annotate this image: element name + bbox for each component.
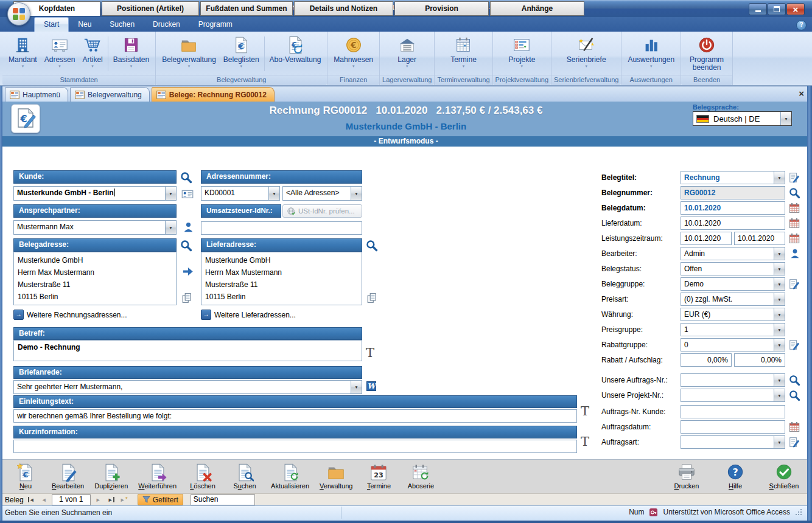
ribbon-tab-programm[interactable]: Programm [189, 18, 242, 32]
close-tab-icon[interactable] [799, 89, 804, 98]
weiterfuehren-button[interactable]: Weiterführen [138, 463, 177, 490]
aboserie-button[interactable]: Aboserie [405, 463, 436, 490]
arrow-right-icon[interactable] [182, 265, 195, 278]
text-editor-icon[interactable] [581, 405, 589, 418]
ustid-field[interactable] [201, 221, 362, 235]
search-icon[interactable] [789, 390, 800, 401]
lieferdatum-field[interactable]: 10.01.2020 [681, 216, 785, 230]
aufschlag-field[interactable]: 0,00% [734, 353, 785, 367]
edit-icon[interactable] [789, 279, 800, 289]
edit-icon[interactable] [789, 172, 800, 183]
dropdown-button[interactable] [165, 221, 176, 234]
help-icon[interactable] [796, 20, 807, 30]
adressfilter-combobox[interactable]: <Alle Adressen> [282, 186, 362, 201]
einleitungstext-field[interactable]: wir berechnen gemäß Ihrer Bestellung wie… [13, 409, 577, 423]
neu-button[interactable]: € Neu [10, 463, 41, 490]
record-search-input[interactable]: Suchen [191, 494, 255, 505]
ribbon-button-lager[interactable]: Lager [394, 33, 421, 70]
auftragsart-combobox[interactable] [681, 435, 785, 449]
preisart-combobox[interactable]: (0) zzgl. MwSt. [681, 293, 785, 306]
search-icon[interactable] [789, 375, 800, 386]
bearbeiten-button[interactable]: Bearbeiten [52, 463, 84, 490]
word-editor-icon[interactable] [366, 381, 376, 391]
minimize-button[interactable] [749, 3, 767, 15]
next-record-button[interactable] [93, 495, 103, 505]
person-icon[interactable] [183, 221, 194, 233]
lieferadresse-box[interactable]: Musterkunde GmbH Herrn Max Mustermann Mu… [201, 252, 362, 305]
briefanrede-combobox[interactable]: Sehr geehrter Herr Mustermann, [13, 380, 362, 394]
kurzinformation-field[interactable] [13, 440, 577, 453]
dropdown-button[interactable] [268, 187, 279, 200]
beleggruppe-combobox[interactable]: Demo [681, 277, 785, 291]
tab-anhaenge[interactable]: Anhänge [490, 1, 584, 16]
dropdown-button[interactable] [774, 278, 785, 290]
maximize-button[interactable] [768, 3, 786, 15]
aktualisieren-button[interactable]: Aktualisieren [271, 463, 309, 490]
search-icon[interactable] [366, 240, 378, 252]
search-icon[interactable] [789, 187, 800, 199]
leistungszeitraum-von-field[interactable]: 10.01.2020 [681, 232, 732, 245]
text-editor-icon[interactable] [581, 435, 589, 448]
unsere-auftragsnr-combobox[interactable] [681, 373, 785, 387]
auftragsnr-kunde-field[interactable] [681, 405, 785, 418]
weitere-rechnungsadressen-link[interactable]: Weitere Rechnungsadressen... [13, 310, 127, 320]
leistungszeitraum-bis-field[interactable]: 10.01.2020 [734, 232, 785, 245]
ribbon-button-termine[interactable]: Termine [447, 33, 480, 70]
tab-fussdaten[interactable]: Fußdaten und Summen [200, 1, 293, 16]
previous-record-button[interactable] [39, 495, 49, 505]
belegnummer-field[interactable]: RG00012 [681, 186, 785, 199]
dropdown-button[interactable] [774, 389, 785, 401]
belegstatus-combobox[interactable]: Offen [681, 262, 785, 275]
search-icon[interactable] [180, 240, 192, 252]
dropdown-button[interactable] [780, 112, 791, 125]
dropdown-button[interactable] [774, 263, 785, 275]
weitere-lieferadressen-link[interactable]: Weitere Lieferadressen... [201, 310, 296, 320]
belegdatum-field[interactable]: 10.01.2020 [681, 201, 785, 215]
loeschen-button[interactable]: Löschen [187, 463, 219, 490]
doc-tab-belege-rechnung[interactable]: Belege: Rechnung RG00012 [152, 87, 275, 102]
schliessen-button[interactable]: Schließen [768, 463, 800, 490]
ansprechpartner-combobox[interactable]: Mustermann Max [13, 220, 177, 235]
dropdown-button[interactable] [774, 374, 785, 386]
copy-icon[interactable] [366, 293, 377, 303]
first-record-button[interactable] [26, 495, 37, 505]
ribbon-button-auswertungen[interactable]: Auswertungen [624, 33, 678, 70]
termine-button[interactable]: 23 Termine [363, 463, 394, 490]
calendar-icon[interactable] [789, 203, 800, 213]
last-record-button[interactable] [106, 495, 116, 505]
dropdown-button[interactable] [165, 187, 176, 200]
ribbon-tab-neu[interactable]: Neu [69, 18, 100, 32]
ribbon-tab-start[interactable]: Start [34, 17, 69, 32]
resize-grip[interactable] [796, 509, 802, 516]
dropdown-button[interactable] [351, 187, 362, 200]
copy-icon[interactable] [181, 293, 192, 303]
edit-icon[interactable] [789, 437, 800, 448]
text-editor-icon[interactable] [366, 347, 374, 359]
duplizieren-button[interactable]: Duplizieren [94, 463, 128, 490]
unsere-projektnr-combobox[interactable] [681, 389, 785, 402]
dropdown-button[interactable] [774, 171, 785, 184]
ribbon-button-mahnwesen[interactable]: € Mahnwesen [330, 33, 377, 70]
verwaltung-button[interactable]: Verwaltung [320, 463, 352, 490]
calendar-icon[interactable] [789, 421, 800, 432]
search-icon[interactable] [180, 171, 192, 184]
suchen-button[interactable]: Suchen [229, 463, 261, 490]
ribbon-button-serienbriefe[interactable]: Serienbriefe [563, 33, 610, 70]
calendar-icon[interactable] [789, 233, 800, 244]
ribbon-button-projekte[interactable]: Projekte [505, 33, 539, 70]
ribbon-button-beleglisten[interactable]: € Beleglisten [220, 33, 263, 70]
rabattgruppe-combobox[interactable]: 0 [681, 338, 785, 352]
preisgruppe-combobox[interactable]: 1 [681, 323, 785, 336]
new-record-button[interactable]: * [119, 495, 129, 505]
ribbon-tab-suchen[interactable]: Suchen [100, 18, 144, 32]
contact-card-icon[interactable] [181, 188, 194, 200]
person-icon[interactable] [789, 248, 800, 259]
office-button[interactable] [7, 2, 30, 26]
language-select[interactable]: Deutsch | DE [693, 111, 792, 126]
hilfe-button[interactable]: ? Hilfe [719, 463, 751, 490]
doc-tab-hauptmenu[interactable]: Hauptmenü [5, 87, 68, 102]
drucken-button[interactable]: Drucken [671, 463, 702, 490]
dropdown-button[interactable] [774, 308, 785, 320]
filter-toggle[interactable]: Gefiltert [138, 494, 183, 505]
ribbon-tab-drucken[interactable]: Drucken [144, 18, 189, 32]
